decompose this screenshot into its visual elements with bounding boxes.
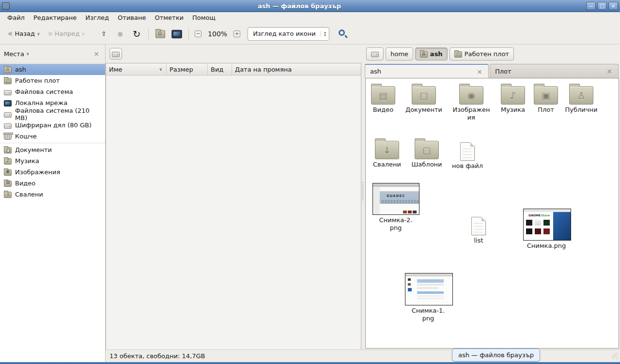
place-label: Изображения [15,168,60,176]
path-button[interactable] [366,47,384,61]
file-icon: ▤ [371,86,395,105]
sidebar-pane-switcher[interactable]: Места ∨ [4,50,30,58]
toolbar-separator [188,28,189,40]
back-dropdown-icon: ∨ [37,31,40,36]
file-item[interactable]: Снимка-2. png [372,183,419,232]
file-label: Изображен ия [448,106,495,121]
window-title: ash — файлов браузър [13,2,586,10]
file-item[interactable]: list [455,214,502,244]
file-icon: ▢ [412,86,436,105]
column-header-type[interactable]: Вид [208,63,232,75]
place-label: ash [15,66,26,73]
tree-filler [106,76,361,349]
zoom-in-button[interactable]: + [231,29,243,39]
file-icon [405,273,453,305]
sidebar-item[interactable]: Кошче [0,131,105,142]
menubar: ФайлРедактиранеИзгледОтиванеОтметкиПомощ [0,12,620,23]
tree-header: Име ∨ Размер Вид Дата на промяна [106,63,361,76]
stop-button[interactable]: ● [112,27,128,41]
sidebar-item[interactable]: Файлова система [0,86,105,97]
pane-splitter[interactable] [361,45,364,349]
up-button[interactable]: ⇧ [95,27,112,41]
sidebar-item[interactable]: Документи [0,144,105,155]
sidebar-close-button[interactable]: × [92,50,101,58]
back-button[interactable]: « Назад ∨ [4,27,44,41]
place-label: Документи [15,146,52,153]
menu-item[interactable]: Отметки [150,13,187,22]
column-header-name[interactable]: Име ∨ [106,63,167,75]
file-icon: ♪ [501,86,525,105]
zoom-out-button[interactable]: − [192,29,204,39]
titlebar: ash — файлов браузър — □ × [0,0,620,12]
sidebar-item[interactable]: Свалени [0,189,105,200]
menu-item[interactable]: Помощ [188,13,220,22]
sidebar-item[interactable]: Изображения [0,167,105,178]
path-button[interactable]: home [386,47,413,61]
desktop-panel-edge [0,362,620,364]
forward-button[interactable]: » Напред ∨ [44,27,89,41]
tree-table: Име ∨ Размер Вид Дата на промяна [106,63,361,349]
maximize-button[interactable]: □ [597,2,607,10]
reload-icon: ↻ [133,29,140,39]
file-icon [460,142,475,161]
file-icon [523,209,571,241]
place-label: Шифриран дял (80 GB) [15,121,92,129]
menu-item[interactable]: Редактиране [29,13,81,22]
minimize-button[interactable]: — [586,2,596,10]
file-label: Публични [558,106,604,114]
file-item[interactable]: Снимка.png [523,209,570,250]
view-mode-select[interactable]: Изглед като икони ▴▾ [248,27,329,41]
stop-icon: ● [117,30,123,37]
sidebar-item[interactable]: Шифриран дял (80 GB) [0,120,105,131]
place-label: Кошче [15,133,37,140]
reload-button[interactable]: ↻ [128,27,145,41]
path-button[interactable]: Работен плот [450,47,514,61]
file-label: Снимка-2. png [372,216,419,232]
place-icon [4,100,12,106]
path-button[interactable]: ash [415,47,448,61]
resize-grip[interactable] [612,353,619,360]
tree-list-pane: Име ∨ Размер Вид Дата на промяна [106,45,361,349]
sidebar-item[interactable]: Работен плот [0,75,105,86]
tab-label: Плот [495,68,600,75]
menu-item[interactable]: Файл [3,13,29,22]
column-header-size[interactable]: Размер [167,63,208,75]
file-item[interactable]: ▢ Шаблони [403,138,450,168]
sidebar-item[interactable]: ash [0,64,105,75]
file-label: Шаблони [403,161,450,168]
file-item[interactable]: ◉ Изображен ия [448,83,495,121]
path-icon [420,51,428,58]
iconview-frame: ▤ Видео ▢ Документи ◉ [365,78,619,349]
place-icon [4,123,12,129]
emblem-icon: ♙ [570,87,593,104]
column-header-date[interactable]: Дата на промяна [232,63,361,75]
file-icon: ◉ [459,86,483,105]
sidebar-item[interactable]: Музика [0,155,105,167]
home-button[interactable] [152,27,169,41]
file-item[interactable]: нов файл [444,140,491,170]
sidebar-item[interactable]: Файлова система (210 MB) [0,108,105,120]
file-item[interactable]: ▢ Документи [401,83,447,114]
zoom-out-icon: − [195,30,202,37]
tab-close-icon[interactable]: × [476,68,483,75]
file-item[interactable]: ♙ Публични [558,83,604,114]
path-label: home [390,50,408,58]
menu-item[interactable]: Отиване [113,13,150,22]
emblem-icon: ▤ [372,87,395,104]
tab[interactable]: ash × [365,64,489,78]
tab-close-icon[interactable]: × [605,68,613,75]
location-toggle-button[interactable] [109,48,122,60]
menu-item[interactable]: Изглед [81,13,113,22]
tab[interactable]: Плот × [490,64,619,78]
tab-bar: ash × Плот × [364,63,620,78]
forward-label: Напред [55,30,79,37]
place-label: Работен плот [15,77,60,84]
place-icon [4,78,12,84]
close-button[interactable]: × [608,2,618,10]
sidebar-item[interactable]: Видео [0,178,105,189]
statusbar: 13 обекта, свободни: 14,7GB [106,349,620,362]
computer-button[interactable] [169,27,185,41]
search-button[interactable] [335,27,350,41]
file-item[interactable]: Снимка-1. png [405,273,451,322]
emblem-icon: ↓ [375,141,399,159]
